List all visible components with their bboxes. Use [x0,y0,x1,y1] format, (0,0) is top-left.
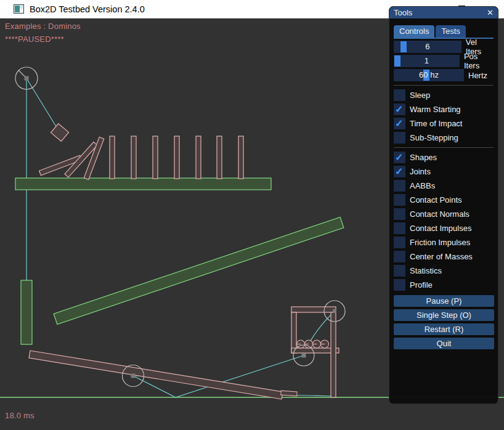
time-of-impact-checkbox[interactable] [394,118,405,129]
checkbox-row-aabbs[interactable]: AABBs [394,180,494,192]
slider-row-pos-iters: 1 Pos Iters [394,55,494,67]
tools-panel-titlebar[interactable]: Tools ✕ [389,7,498,18]
hertz-slider[interactable]: 60 hz [394,69,464,81]
tools-panel-title: Tools [394,8,412,17]
separator [394,85,494,86]
warm-starting-checkbox[interactable] [394,103,405,115]
vel-iters-value: 6 [394,41,461,53]
swinging-box [51,124,68,142]
aabbs-label: AABBs [410,181,435,190]
app-window: Box2D Testbed Version 2.4.0 ✕ [0,0,504,430]
aabbs-checkbox[interactable] [394,180,405,192]
sub-stepping-checkbox[interactable] [394,132,405,144]
sleep-checkbox[interactable] [394,89,405,101]
checkbox-row-contact-impulses[interactable]: Contact Impulses [394,222,494,234]
cradle-frame [291,307,339,397]
single-step-button[interactable]: Single Step (O) [394,309,494,321]
tab-controls[interactable]: Controls [394,25,434,38]
window-title: Box2D Testbed Version 2.4.0 [30,4,145,14]
checkbox-row-center-of-masses[interactable]: Center of Masses [394,251,494,262]
domino [153,136,158,179]
frame-top-bar [291,307,336,312]
profile-checkbox[interactable] [394,279,405,291]
seesaw-pivot-anchor [131,374,136,378]
contact-normals-label: Contact Normals [410,209,469,219]
frame-right-post [331,312,336,397]
checkbox-row-warm-starting[interactable]: Warm Starting [394,103,494,115]
contact-impulses-label: Contact Impulses [410,224,471,233]
center-of-masses-checkbox[interactable] [394,251,405,262]
checkbox-row-sub-stepping[interactable]: Sub-Stepping [394,132,494,144]
frame-time-label: 18.0 ms [5,411,35,420]
mid-pulley-anchor [302,354,306,358]
contact-points-label: Contact Points [410,195,462,205]
tools-panel: Tools ✕ Controls Tests 6 Vel Iters [389,6,498,404]
tools-close-icon[interactable]: ✕ [487,9,494,17]
checkbox-row-sleep[interactable]: Sleep [394,89,494,101]
joints-label: Joints [410,167,431,176]
contact-points-checkbox[interactable] [394,194,405,206]
checkbox-row-profile[interactable]: Profile [394,279,494,291]
cradle-balls [297,340,329,348]
shapes-label: Shapes [410,153,437,162]
fallen-dominoes [39,137,104,180]
flat-piece [281,391,297,396]
friction-impulses-checkbox[interactable] [394,237,405,248]
domino [131,136,136,179]
pause-button[interactable]: Pause (P) [394,295,494,307]
domino-platform [15,178,271,190]
contact-normals-checkbox[interactable] [394,208,405,220]
joints-checkbox[interactable] [394,166,405,177]
separator [394,147,494,148]
checkbox-row-time-of-impact[interactable]: Time of Impact [394,118,494,129]
upright-dominoes [110,136,243,179]
tabbar: Controls Tests [394,25,494,39]
pos-iters-value: 1 [394,55,460,67]
app-icon [14,4,24,14]
checkbox-row-shapes[interactable]: Shapes [394,152,494,163]
pos-iters-label: Pos Iters [464,52,494,70]
time-of-impact-label: Time of Impact [410,119,462,128]
counterweight-block [21,280,32,344]
shapes-checkbox[interactable] [394,152,405,163]
frame-left-post [291,312,296,353]
slider-row-vel-iters: 6 Vel Iters [394,41,494,53]
domino [110,136,115,179]
sub-stepping-label: Sub-Stepping [410,133,458,142]
pos-iters-slider[interactable]: 1 [394,55,460,67]
domino [174,136,179,179]
checkbox-row-friction-impulses[interactable]: Friction Impulses [394,237,494,248]
checkbox-row-contact-normals[interactable]: Contact Normals [394,208,494,220]
top-pulley-anchor [333,309,336,313]
hertz-value: 60 hz [394,69,464,81]
restart-button[interactable]: Restart (R) [394,323,494,335]
paused-label: ****PAUSED**** [5,34,64,44]
statistics-label: Statistics [410,266,442,275]
profile-label: Profile [410,280,433,290]
example-label: Examples : Dominos [5,22,81,31]
statistics-checkbox[interactable] [394,265,405,277]
vel-iters-slider[interactable]: 6 [394,41,461,53]
hertz-label: Hertz [468,71,487,80]
sleep-label: Sleep [410,91,430,100]
domino [196,136,201,179]
checkbox-row-joints[interactable]: Joints [394,166,494,177]
contact-impulses-checkbox[interactable] [394,222,405,234]
slider-row-hertz: 60 hz Hertz [394,69,494,81]
pendulum-anchor [25,76,29,81]
quit-button[interactable]: Quit [394,338,494,349]
domino [238,136,243,179]
checkbox-row-contact-points[interactable]: Contact Points [394,194,494,206]
tab-tests[interactable]: Tests [436,25,465,38]
pendulum-rope-diagonal [26,78,60,132]
domino [217,136,222,179]
checkbox-row-statistics[interactable]: Statistics [394,265,494,277]
warm-starting-label: Warm Starting [410,105,461,114]
center-of-masses-label: Center of Masses [410,252,473,261]
friction-impulses-label: Friction Impulses [410,238,470,247]
